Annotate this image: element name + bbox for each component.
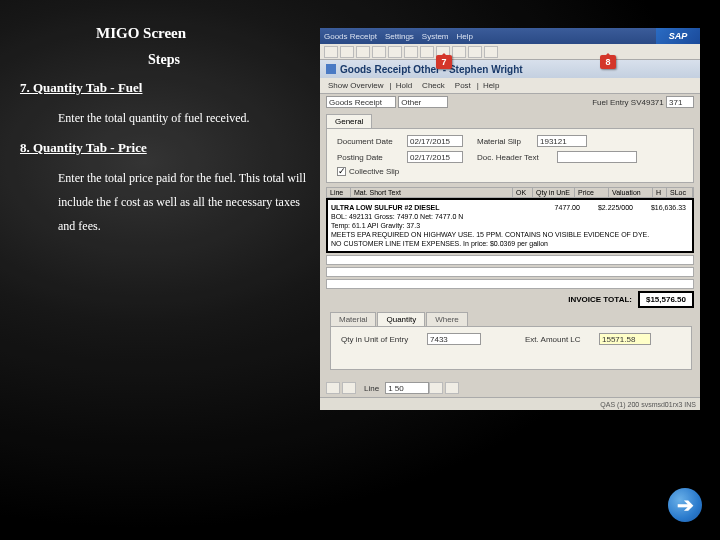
col-price: Price <box>575 188 609 197</box>
line-label: Line <box>364 384 379 393</box>
step-7-body: Enter the total quantity of fuel receive… <box>58 106 310 130</box>
tb-btn[interactable] <box>324 46 338 58</box>
btn-help[interactable]: Help <box>479 80 503 91</box>
posting-date-input[interactable]: 02/17/2015 <box>407 151 463 163</box>
hdr-text-label: Doc. Header Text <box>477 153 557 162</box>
col-h: H <box>653 188 667 197</box>
invoice-total-label: INVOICE TOTAL: <box>568 295 632 304</box>
detail-unit-price: $2.225/000 <box>598 203 633 212</box>
tb-btn[interactable] <box>404 46 418 58</box>
sap-app-toolbar: Show Overview| Hold Check Post| Help <box>320 78 700 94</box>
blank-row[interactable] <box>326 279 694 289</box>
menu-system[interactable]: System <box>422 32 449 41</box>
doc-date-label: Document Date <box>337 137 407 146</box>
action-dropdown[interactable]: Goods Receipt <box>326 96 396 108</box>
blank-row[interactable] <box>326 255 694 265</box>
doc-date-input[interactable]: 02/17/2015 <box>407 135 463 147</box>
nav-next-icon[interactable] <box>429 382 443 394</box>
nav-last-icon[interactable] <box>445 382 459 394</box>
tb-btn[interactable] <box>340 46 354 58</box>
col-mat: Mat. Short Text <box>351 188 513 197</box>
btn-check[interactable]: Check <box>418 80 449 91</box>
col-valuation: Valuation <box>609 188 653 197</box>
posting-date-label: Posting Date <box>337 153 407 162</box>
detail-qty: 7477.00 <box>555 203 580 212</box>
inst-title: MIGO Screen <box>96 25 310 42</box>
col-ok: OK <box>513 188 533 197</box>
receipt-icon <box>326 64 336 74</box>
mat-slip-label: Material Slip <box>477 137 537 146</box>
fuel-entry-input[interactable]: 371 <box>666 96 694 108</box>
step-8-body: Enter the total price paid for the fuel.… <box>58 166 310 238</box>
sap-std-toolbar <box>320 44 700 60</box>
fuel-entry-label: Fuel Entry SV49371 <box>592 98 664 107</box>
blank-row[interactable] <box>326 267 694 277</box>
inst-subtitle: Steps <box>148 52 310 68</box>
tb-btn[interactable] <box>484 46 498 58</box>
tab-where[interactable]: Where <box>426 312 468 326</box>
step-7-heading: 7. Quantity Tab - Fuel <box>20 80 310 96</box>
arrow-right-icon: ➔ <box>677 493 694 517</box>
table-header: Line Mat. Short Text OK Qty in UnE Price… <box>326 187 694 198</box>
tb-btn[interactable] <box>372 46 386 58</box>
tb-btn[interactable] <box>468 46 482 58</box>
coll-slip-checkbox[interactable] <box>337 167 346 176</box>
nav-prev-icon[interactable] <box>342 382 356 394</box>
screen-title-text: Goods Receipt Other - Stephen Wright <box>340 64 523 75</box>
col-line: Line <box>327 188 351 197</box>
quantity-panel: Qty in Unit of Entry 7433 Ext. Amount LC… <box>330 326 692 370</box>
marker-7: 7 <box>436 55 452 69</box>
invoice-total-amount: $15,576.50 <box>638 291 694 308</box>
sap-logo: SAP <box>656 28 700 44</box>
detail-l5: NO CUSTOMER LINE ITEM EXPENSES. In price… <box>331 239 689 248</box>
tb-btn[interactable] <box>388 46 402 58</box>
mat-slip-input[interactable]: 193121 <box>537 135 587 147</box>
general-panel: Document Date 02/17/2015 Material Slip 1… <box>326 128 694 183</box>
line-item-detail: 7477.00 $2.225/000 $16,636.33 ULTRA LOW … <box>326 198 694 253</box>
ext-amount-input[interactable]: 15571.58 <box>599 333 651 345</box>
btn-post[interactable]: Post <box>451 80 475 91</box>
status-bar: QAS (1) 200 svsmsd01rx3 INS <box>320 397 700 410</box>
tb-btn[interactable] <box>356 46 370 58</box>
qty-unit-input[interactable]: 7433 <box>427 333 481 345</box>
detail-l3: Temp: 61.1 API Gravity: 37.3 <box>331 221 689 230</box>
tb-btn[interactable] <box>452 46 466 58</box>
sap-menubar: Goods Receipt Settings System Help SAP <box>320 28 700 44</box>
tab-material[interactable]: Material <box>330 312 376 326</box>
menu-help[interactable]: Help <box>457 32 473 41</box>
detail-amount: $16,636.33 <box>651 203 686 212</box>
sap-screen-title: Goods Receipt Other - Stephen Wright <box>320 60 700 78</box>
step-8-heading: 8. Quantity Tab - Price <box>20 140 310 156</box>
qty-unit-label: Qty in Unit of Entry <box>341 335 427 344</box>
hdr-text-input[interactable] <box>557 151 637 163</box>
ext-amount-label: Ext. Amount LC <box>525 335 599 344</box>
btn-show-overview[interactable]: Show Overview <box>324 80 388 91</box>
sap-window: Goods Receipt Settings System Help SAP G… <box>320 28 700 410</box>
ref-dropdown[interactable]: Other <box>398 96 448 108</box>
menu-goods-receipt[interactable]: Goods Receipt <box>324 32 377 41</box>
tb-btn[interactable] <box>420 46 434 58</box>
menu-settings[interactable]: Settings <box>385 32 414 41</box>
nav-first-icon[interactable] <box>326 382 340 394</box>
tab-quantity[interactable]: Quantity <box>377 312 425 326</box>
status-text: QAS (1) 200 svsmsd01rx3 INS <box>600 401 696 408</box>
btn-hold[interactable]: Hold <box>392 80 416 91</box>
detail-l4: MEETS EPA REQUIRED ON HIGHWAY USE. 15 PP… <box>331 230 689 239</box>
next-slide-button[interactable]: ➔ <box>668 488 702 522</box>
detail-l2: BOL: 492131 Gross: 7497.0 Net: 7477.0 N <box>331 212 689 221</box>
tab-general[interactable]: General <box>326 114 372 128</box>
col-qty: Qty in UnE <box>533 188 575 197</box>
marker-8: 8 <box>600 55 616 69</box>
line-input[interactable]: 1 50 <box>385 382 429 394</box>
col-sloc: SLoc <box>667 188 693 197</box>
instruction-panel: MIGO Screen Steps 7. Quantity Tab - Fuel… <box>20 25 310 248</box>
invoice-total-row: INVOICE TOTAL: $15,576.50 <box>326 291 694 308</box>
coll-slip-label: Collective Slip <box>349 167 399 176</box>
